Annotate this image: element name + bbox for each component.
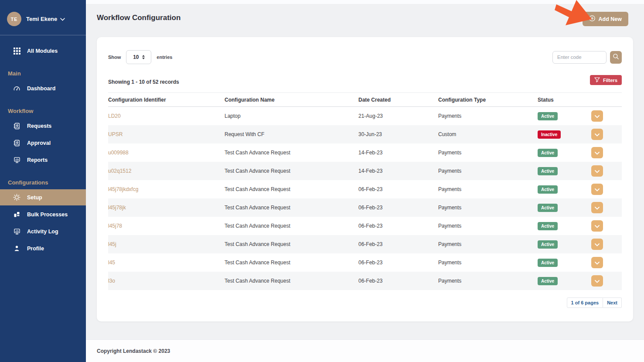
configuration-identifier-link[interactable]: UPSR (108, 131, 225, 137)
plus-circle-icon (589, 15, 595, 23)
status-badge: Active (538, 277, 558, 285)
sidebar-item-dashboard[interactable]: Dashboard (0, 80, 86, 96)
sidebar-item-label: Bulk Processes (27, 212, 68, 218)
table-row: l45j78jk Test Cash Advance Request 06-Fe… (108, 198, 622, 217)
chevron-down-icon (595, 241, 600, 248)
sidebar-item-label: Dashboard (27, 85, 55, 92)
page-indicator[interactable]: 1 of 6 pages (567, 297, 603, 308)
configuration-identifier-link[interactable]: l45j78jkdxfcg (108, 186, 225, 192)
configuration-name: Test Cash Advance Request (225, 223, 358, 229)
avatar[interactable]: TE (7, 12, 21, 26)
table-row: l45j78 Test Cash Advance Request 06-Feb-… (108, 217, 622, 235)
search-button[interactable] (610, 51, 622, 64)
sidebar-item-label: Reports (27, 157, 48, 163)
row-expand-button[interactable] (591, 220, 603, 232)
sidebar-item-approval[interactable]: Approval (0, 135, 86, 151)
date-created: 14-Feb-23 (358, 150, 438, 156)
table-row: u02q1512 Test Cash Advance Request 14-Fe… (108, 162, 622, 180)
add-new-button[interactable]: Add New (583, 12, 628, 26)
footer: Copyright Lendastack © 2023 (86, 339, 644, 362)
row-expand-button[interactable] (591, 202, 603, 213)
person-icon (13, 245, 20, 252)
row-expand-button[interactable] (591, 110, 603, 122)
chevron-down-icon (595, 168, 600, 174)
filters-button[interactable]: Filters (590, 75, 622, 85)
table-row: UPSR Request With CF 30-Jun-23 Custom In… (108, 125, 622, 143)
configuration-identifier-link[interactable]: u009988 (108, 150, 225, 156)
sidebar-item-activity-log[interactable]: Activity Log (0, 223, 86, 239)
configuration-name: Test Cash Advance Request (225, 205, 358, 211)
search-input[interactable] (552, 51, 607, 64)
configurations-table: Configuration Identifier Configuration N… (108, 92, 622, 290)
date-created: 14-Feb-23 (358, 168, 438, 174)
sidebar-item-bulk-processes[interactable]: Bulk Processes (0, 206, 86, 222)
row-expand-button[interactable] (591, 184, 603, 195)
status-badge: Active (538, 112, 558, 120)
table-header-row: Configuration Identifier Configuration N… (108, 92, 622, 107)
table-row: l3o Test Cash Advance Request 06-Feb-23 … (108, 272, 622, 290)
column-header-type: Configuration Type (438, 97, 538, 103)
sidebar-item-profile[interactable]: Profile (0, 240, 86, 256)
sidebar-item-label: Activity Log (27, 229, 58, 235)
configuration-identifier-link[interactable]: u02q1512 (108, 168, 225, 174)
configuration-type: Payments (438, 186, 538, 192)
blocks-icon (13, 211, 20, 218)
sidebar: TE Temi Ekene All Modules Main Dashboard… (0, 0, 86, 362)
sidebar-divider (0, 35, 86, 35)
chevron-down-icon (595, 113, 600, 120)
sidebar-item-setup[interactable]: Setup (0, 189, 86, 205)
configuration-name: Test Cash Advance Request (225, 260, 358, 266)
row-expand-button[interactable] (591, 239, 603, 250)
table-body: LD20 Laptop 21-Aug-23 Payments Active UP… (108, 107, 622, 290)
dashboard-gauge-icon (13, 85, 20, 92)
entries-select[interactable]: 10 (126, 50, 151, 64)
row-expand-button[interactable] (591, 129, 603, 140)
copyright-text: Copyright Lendastack © 2023 (97, 348, 170, 354)
status-badge: Active (538, 240, 558, 249)
row-expand-button[interactable] (591, 257, 603, 268)
row-expand-button[interactable] (591, 275, 603, 287)
sidebar-section-workflow: Workflow (0, 108, 86, 114)
date-created: 21-Aug-23 (358, 113, 438, 119)
chevron-down-icon (595, 131, 600, 138)
next-page-button[interactable]: Next (603, 297, 622, 308)
row-expand-button[interactable] (591, 165, 603, 177)
chevron-down-icon (595, 278, 600, 284)
configuration-type: Payments (438, 168, 538, 174)
sidebar-section-configurations: Configurations (0, 179, 86, 186)
monitor-chart-icon (13, 156, 20, 164)
column-header-name: Configuration Name (225, 97, 358, 103)
row-expand-button[interactable] (591, 147, 603, 158)
date-created: 06-Feb-23 (358, 186, 438, 192)
configuration-identifier-link[interactable]: LD20 (108, 113, 225, 119)
configuration-type: Payments (438, 278, 538, 284)
configuration-identifier-link[interactable]: l45j78 (108, 223, 225, 229)
chevron-down-icon (595, 260, 600, 266)
user-menu[interactable]: TE Temi Ekene (0, 0, 86, 35)
configuration-type: Payments (438, 150, 538, 156)
date-created: 06-Feb-23 (358, 241, 438, 247)
table-card: Show 10 entries Showing 1 (97, 37, 633, 321)
configuration-name: Test Cash Advance Request (225, 186, 358, 192)
configuration-name: Test Cash Advance Request (225, 150, 358, 156)
configuration-name: Request With CF (225, 131, 358, 137)
chevron-down-icon (595, 205, 600, 211)
configuration-identifier-link[interactable]: l3o (108, 278, 225, 284)
sidebar-item-label: Profile (27, 246, 44, 252)
address-book-icon (13, 139, 20, 147)
configuration-identifier-link[interactable]: l45j78jk (108, 205, 225, 211)
configuration-type: Payments (438, 205, 538, 211)
sidebar-item-requests[interactable]: Requests (0, 118, 86, 134)
date-created: 06-Feb-23 (358, 223, 438, 229)
sidebar-item-reports[interactable]: Reports (0, 152, 86, 168)
date-created: 06-Feb-23 (358, 260, 438, 266)
sidebar-item-all-modules[interactable]: All Modules (0, 43, 86, 59)
show-label: Show (108, 55, 121, 60)
configuration-type: Payments (438, 223, 538, 229)
page-title: Workflow Configuration (97, 14, 181, 22)
configuration-identifier-link[interactable]: l45j (108, 241, 225, 247)
top-strip (86, 0, 644, 4)
funnel-icon (594, 77, 600, 83)
table-row: l45j78jkdxfcg Test Cash Advance Request … (108, 180, 622, 198)
configuration-identifier-link[interactable]: l45 (108, 260, 225, 266)
